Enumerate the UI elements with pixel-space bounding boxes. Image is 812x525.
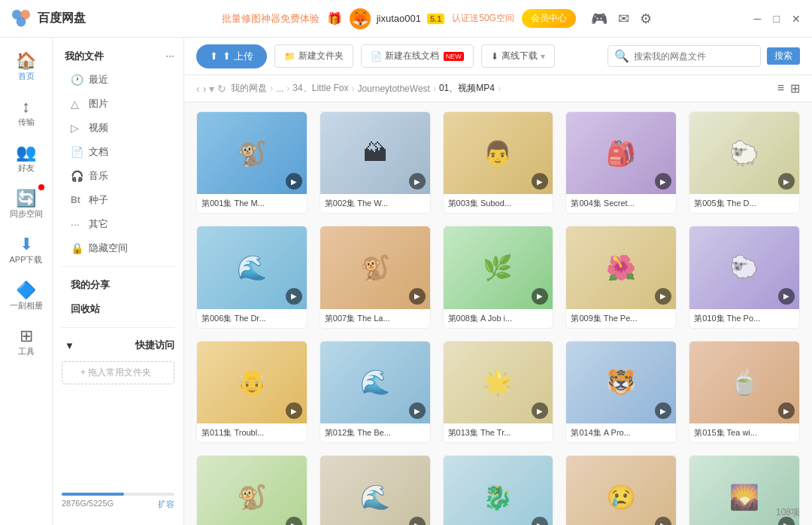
list-view-icon[interactable]: ≡ <box>777 81 784 96</box>
file-item[interactable]: 🎒 ▶ 第004集 Secret... <box>565 111 677 214</box>
file-item[interactable]: 🐒 ▶ 第016集 W:h... <box>196 455 308 525</box>
sidebar-item-images[interactable]: △ 图片 <box>53 92 183 116</box>
play-button[interactable]: ▶ <box>532 402 548 419</box>
maximize-button[interactable]: □ <box>771 13 782 25</box>
sep-3: › <box>351 83 354 94</box>
sidebar-item-recent[interactable]: 🕐 最近 <box>53 68 183 92</box>
file-item[interactable]: 🐑 ▶ 第010集 The Po... <box>689 226 800 328</box>
dropdown-arrow[interactable]: ▾ <box>209 83 214 95</box>
offline-download-button[interactable]: ⬇ 离线下载 ▾ <box>481 44 555 68</box>
file-item[interactable]: 🐉 ▶ 第018集 Th R... <box>443 455 554 525</box>
play-button[interactable]: ▶ <box>778 402 795 419</box>
play-button[interactable]: ▶ <box>655 402 671 419</box>
tools-icon: ⊞ <box>20 326 33 346</box>
file-item[interactable]: 🏔 ▶ 第002集 The W... <box>320 111 431 214</box>
play-button[interactable]: ▶ <box>409 288 426 305</box>
play-button[interactable]: ▶ <box>409 517 426 525</box>
file-name: 第006集 The Dr... <box>197 309 307 328</box>
sidebar-item-docs[interactable]: 📄 文档 <box>53 140 183 164</box>
play-button[interactable]: ▶ <box>409 173 426 190</box>
play-button[interactable]: ▶ <box>532 517 548 525</box>
quick-access-section[interactable]: ▼ 快捷访问 <box>53 334 183 357</box>
bt-label: 种子 <box>89 193 108 207</box>
play-button[interactable]: ▶ <box>655 288 671 305</box>
recent-label: 最近 <box>89 73 108 86</box>
play-button[interactable]: ▶ <box>532 288 548 305</box>
minimize-button[interactable]: ─ <box>752 13 764 25</box>
grid-view-icon[interactable]: ⊞ <box>790 81 800 96</box>
close-button[interactable]: ✕ <box>789 13 803 25</box>
sidebar-item-friends[interactable]: 👥 好友 <box>0 137 52 180</box>
sidebar-item-home[interactable]: 🏠 首页 <box>0 45 52 88</box>
my-files-section[interactable]: 我的文件 ··· <box>53 45 183 68</box>
play-button[interactable]: ▶ <box>286 517 302 525</box>
play-button[interactable]: ▶ <box>286 402 302 419</box>
vip-button[interactable]: 会员中心 <box>522 9 576 28</box>
file-item[interactable]: 🐒 ▶ 第001集 The M... <box>196 111 308 214</box>
breadcrumb-folder3[interactable]: 01、视频MP4 <box>439 82 495 95</box>
file-item[interactable]: 👨 ▶ 第003集 Subod... <box>443 111 554 214</box>
file-item[interactable]: 😢 ▶ 第019集 A E:i... <box>565 455 677 525</box>
play-button[interactable]: ▶ <box>532 173 548 190</box>
sidebar-item-myshare[interactable]: 我的分享 <box>53 273 183 297</box>
file-item[interactable]: 🌊 ▶ 第006集 The Dr... <box>196 226 308 328</box>
upload-button[interactable]: ⬆ ⬆ 上传 <box>196 44 267 68</box>
topbar-center: 批量修图神器免费体验 🎁 🦊 jixutao001 5.1 认证送50G空间 会… <box>138 8 735 29</box>
verify-btn[interactable]: 认证送50G空间 <box>452 12 514 25</box>
file-item[interactable]: 🌊 ▶ 第012集 The Be... <box>320 341 431 443</box>
gift-icon: 🎁 <box>327 11 342 26</box>
sidebar-item-other[interactable]: ··· 其它 <box>53 212 183 236</box>
file-item[interactable]: 🐑 ▶ 第005集 The D... <box>689 111 800 214</box>
topbar-icons: 🎮 ✉ ⚙ <box>591 11 652 27</box>
home-label: 首页 <box>18 71 35 82</box>
sidebar-item-appstore[interactable]: ⬇ APP下载 <box>0 229 52 272</box>
message-icon[interactable]: ✉ <box>618 11 629 27</box>
file-item[interactable]: 🌺 ▶ 第009集 The Pe... <box>565 226 677 328</box>
play-button[interactable]: ▶ <box>286 173 302 190</box>
settings-icon[interactable]: ⚙ <box>640 11 652 27</box>
play-button[interactable]: ▶ <box>655 173 671 190</box>
breadcrumb-folder2[interactable]: JourneytotheWest <box>357 83 430 94</box>
promo-text[interactable]: 批量修图神器免费体验 <box>222 12 320 26</box>
play-button[interactable]: ▶ <box>655 517 671 525</box>
play-button[interactable]: ▶ <box>409 402 426 419</box>
expand-btn[interactable]: 扩容 <box>158 499 174 510</box>
sidebar-item-recycle[interactable]: 回收站 <box>53 297 183 321</box>
new-online-doc-button[interactable]: 📄 新建在线文档 NEW <box>361 44 474 68</box>
play-button[interactable]: ▶ <box>778 288 795 305</box>
sidebar-footer: 2876G/5225G 扩容 <box>53 485 183 517</box>
new-folder-button[interactable]: 📁 新建文件夹 <box>274 44 353 68</box>
breadcrumb-ellipsis[interactable]: ... <box>276 83 283 94</box>
quick-access-label: 快捷访问 <box>135 338 174 352</box>
back-button[interactable]: ‹ <box>196 83 200 95</box>
breadcrumb-folder1[interactable]: 34、Little Fox <box>292 82 348 95</box>
play-button[interactable]: ▶ <box>778 173 795 190</box>
sidebar-item-video[interactable]: ▷ 视频 <box>53 116 183 140</box>
file-item[interactable]: 🌟 ▶ 第013集 The Tr... <box>443 341 554 443</box>
file-item[interactable]: 👴 ▶ 第011集 Troubl... <box>196 341 308 443</box>
thumb-char: 🐑 <box>729 139 759 168</box>
play-button[interactable]: ▶ <box>286 288 302 305</box>
search-button[interactable]: 搜索 <box>767 47 800 65</box>
file-item[interactable]: 🌊 ▶ 第017集 Th D... <box>320 455 431 525</box>
game-icon[interactable]: 🎮 <box>591 11 607 27</box>
sidebar-item-transfer[interactable]: ↕ 传输 <box>0 91 52 134</box>
sidebar-item-album[interactable]: 🔷 一刻相册 <box>0 275 52 317</box>
file-item[interactable]: 🐒 ▶ 第007集 The La... <box>320 226 431 328</box>
forward-button[interactable]: › <box>203 83 207 95</box>
sidebar-item-music[interactable]: 🎧 音乐 <box>53 164 183 188</box>
sidebar-item-bt[interactable]: Bt 种子 <box>53 188 183 212</box>
thumb-char: 👴 <box>237 368 267 396</box>
file-item[interactable]: 🍵 ▶ 第015集 Tea wi... <box>689 341 800 443</box>
sidebar-item-hidden[interactable]: 🔒 隐藏空间 <box>53 236 183 260</box>
sidebar-item-tools[interactable]: ⊞ 工具 <box>0 320 52 363</box>
search-input[interactable] <box>634 51 754 62</box>
add-common-folder[interactable]: + 拖入常用文件夹 <box>62 361 174 384</box>
refresh-button[interactable]: ↻ <box>217 83 226 95</box>
file-item[interactable]: 🌿 ▶ 第008集 A Job i... <box>443 226 554 328</box>
offline-icon: ⬇ <box>491 51 498 62</box>
sidebar-item-sync[interactable]: 🔄 同步空间 <box>0 183 52 226</box>
file-item[interactable]: 🐯 ▶ 第014集 A Pro... <box>565 341 677 443</box>
file-name: 第011集 Troubl... <box>197 423 307 442</box>
breadcrumb-root[interactable]: 我的网盘 <box>231 82 267 95</box>
